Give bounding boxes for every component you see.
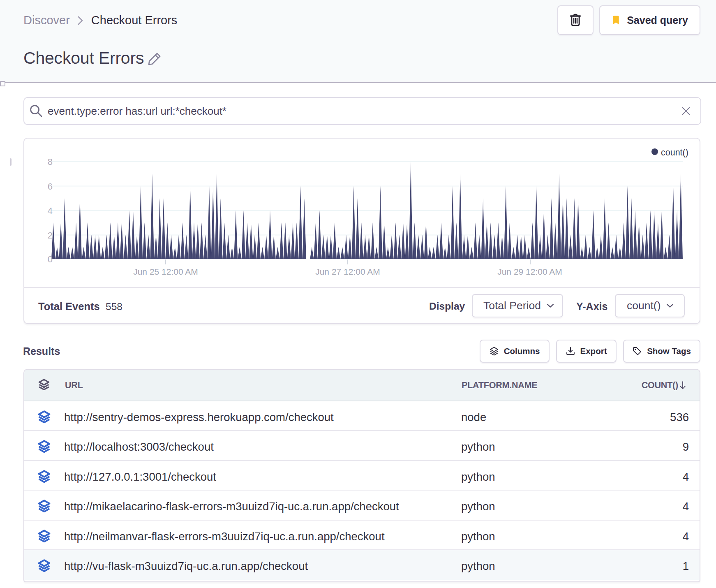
svg-text:4: 4 bbox=[48, 206, 53, 216]
svg-text:2: 2 bbox=[48, 230, 53, 241]
svg-text:Jun 29 12:00 AM: Jun 29 12:00 AM bbox=[497, 267, 562, 276]
svg-text:6: 6 bbox=[48, 181, 53, 192]
svg-text:0: 0 bbox=[48, 254, 53, 264]
svg-text:count(): count() bbox=[661, 148, 688, 157]
svg-text:Jun 27 12:00 AM: Jun 27 12:00 AM bbox=[315, 267, 380, 276]
svg-text:8: 8 bbox=[48, 157, 53, 167]
svg-text:Jun 25 12:00 AM: Jun 25 12:00 AM bbox=[133, 267, 198, 276]
